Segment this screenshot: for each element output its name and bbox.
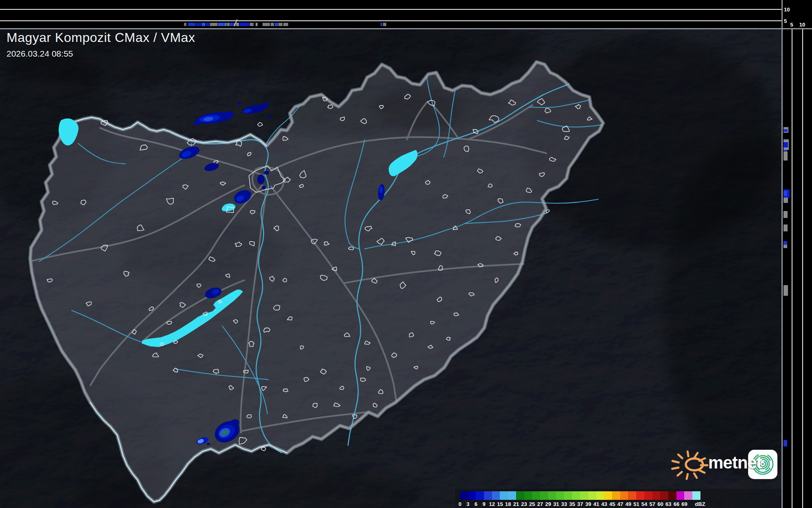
scale-cell — [500, 491, 508, 500]
timeline-segment — [239, 23, 250, 26]
map-top-divider — [0, 28, 812, 29]
scale-tick-label: 0 — [458, 501, 461, 507]
scale-tick-label: 47 — [617, 501, 623, 507]
timeline-segment — [224, 23, 227, 26]
scale-tick-label: 54 — [641, 501, 647, 507]
scale-tick-label: 49 — [625, 501, 631, 507]
scale-tick-label: 69 — [681, 501, 687, 507]
scale-tick-label: 37 — [577, 501, 583, 507]
scale-cell — [524, 491, 532, 500]
scale-cell — [652, 491, 661, 500]
scale-cell — [460, 491, 468, 500]
timeline-segment — [236, 23, 239, 26]
timeline-segment — [275, 23, 278, 26]
scale-cell — [540, 491, 548, 500]
scale-unit-label: dBZ — [695, 501, 705, 507]
scale-cell — [588, 491, 596, 500]
scale-tick-label: 21 — [513, 501, 519, 507]
scale-tick-label: 39 — [585, 501, 591, 507]
scale-tick-label: 31 — [553, 501, 559, 507]
scale-cell — [548, 491, 556, 500]
timeline-segment — [283, 23, 288, 26]
scale-cell — [684, 491, 692, 500]
title-block: Magyar Kompozit CMax / VMax 2026.03.24 0… — [7, 30, 195, 59]
hungary-radar-map — [0, 0, 812, 508]
timeline-segment — [263, 23, 270, 26]
scale-cell — [468, 491, 476, 500]
scale-tick-label: 33 — [561, 501, 567, 507]
scale-cell — [556, 491, 564, 500]
radar-screen: 105510 Magyar Kompozit CMax / VMax 2026.… — [0, 0, 812, 508]
top-histogram-panel — [0, 0, 812, 28]
hist-y-axis-label: 10 — [784, 7, 790, 12]
metnet-logo: metnet — [663, 444, 781, 485]
scale-tick-label: 41 — [593, 501, 599, 507]
scale-cell — [676, 491, 685, 500]
radar-echo — [237, 102, 241, 104]
scale-cell — [564, 491, 572, 500]
scale-cell — [668, 491, 676, 500]
scale-cell — [484, 491, 492, 500]
hist-y-axis-label: 5 — [784, 18, 787, 24]
scale-cell — [572, 491, 580, 500]
right-hist-bar — [784, 285, 788, 296]
dbz-color-scale: 0369121518212325272931333537394143454749… — [455, 489, 781, 508]
scale-tick-label: 51 — [633, 501, 639, 507]
right-hist-bar — [784, 245, 787, 248]
right-hist-bar — [784, 211, 788, 218]
hist-x-axis-label: 10 — [799, 22, 805, 27]
scale-cell — [620, 491, 628, 500]
scale-tick-label: 43 — [601, 501, 607, 507]
timeline-segment — [196, 23, 201, 26]
scale-tick-label: 35 — [569, 501, 575, 507]
scale-cell — [532, 491, 540, 500]
scale-tick-label: 25 — [529, 501, 535, 507]
scale-tick-label: 6 — [475, 501, 477, 507]
scale-tick-label: 63 — [665, 501, 671, 507]
radar-echo — [257, 174, 265, 184]
scale-cell — [628, 491, 636, 500]
radar-echo — [207, 443, 210, 445]
radar-echo — [267, 115, 271, 118]
right-hist-bar — [784, 129, 788, 132]
right-hist-bar — [784, 440, 787, 446]
right-histogram-panel: 105510 — [783, 0, 812, 508]
page-title: Magyar Kompozit CMax / VMax — [7, 30, 195, 45]
scale-cell — [692, 491, 700, 500]
scale-tick-label: 18 — [505, 501, 511, 507]
scale-tick-label: 45 — [609, 501, 615, 507]
timeline-segment — [271, 23, 274, 26]
timeline-segment — [383, 23, 386, 26]
right-hist-bar — [784, 224, 788, 231]
timeline-segment — [256, 23, 258, 26]
timeline-segment — [278, 23, 282, 26]
hist-gridline-10 — [0, 9, 781, 10]
timeline-segment — [218, 23, 224, 26]
scale-cell — [508, 491, 516, 500]
scale-tick-label: 29 — [545, 501, 551, 507]
right-hist-gridline — [792, 29, 792, 508]
scale-tick-label: 23 — [521, 501, 527, 507]
timeline-segment — [230, 23, 233, 26]
scale-tick-label: 57 — [650, 501, 655, 507]
scale-cell — [660, 491, 668, 500]
scale-cell — [492, 491, 500, 500]
scale-cell — [612, 491, 620, 500]
sun-icon — [672, 451, 708, 479]
scale-cell — [476, 491, 484, 500]
timeline-segment — [210, 23, 217, 26]
hist-gridline-5 — [0, 20, 781, 21]
scale-cell — [580, 491, 588, 500]
scale-cell — [644, 491, 652, 500]
right-hist-bar — [784, 198, 788, 203]
right-hist-bar — [784, 191, 787, 196]
hist-x-axis-label: 5 — [790, 22, 793, 27]
right-strip-divider — [781, 0, 783, 508]
scale-tick-label: 15 — [497, 501, 503, 507]
scale-cell — [636, 491, 644, 500]
timeline-segment — [206, 23, 210, 26]
timeline-segment — [250, 23, 254, 26]
scale-tick-label: 27 — [537, 501, 543, 507]
scale-tick-label: 9 — [482, 501, 485, 507]
scale-tick-label: 3 — [466, 501, 469, 507]
